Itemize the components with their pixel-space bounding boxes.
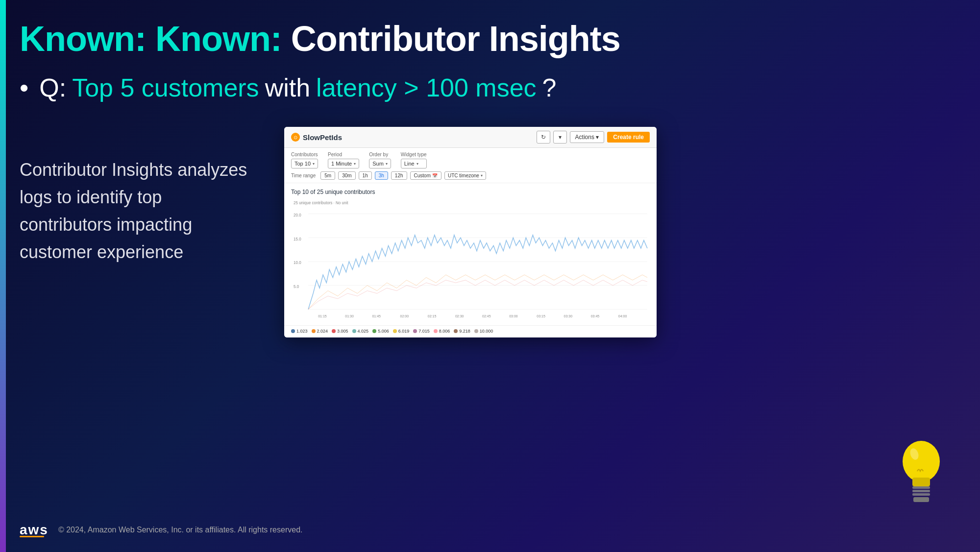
contributors-label: Contributors bbox=[291, 152, 318, 157]
bullet-dot: • bbox=[20, 73, 28, 102]
svg-rect-25 bbox=[912, 490, 930, 492]
legend-item: 10.000 bbox=[474, 329, 493, 334]
svg-text:01:30: 01:30 bbox=[345, 314, 354, 318]
q-label: Q: bbox=[39, 73, 66, 102]
svg-point-22 bbox=[903, 441, 940, 482]
order-by-select[interactable]: Sum ▾ bbox=[369, 159, 391, 168]
lightbulb-icon bbox=[892, 434, 951, 513]
create-rule-button[interactable]: Create rule bbox=[607, 132, 650, 143]
period-select[interactable]: 1 Minute ▾ bbox=[328, 159, 359, 168]
svg-text:01:45: 01:45 bbox=[372, 314, 381, 318]
contributors-control: Contributors Top 10 ▾ bbox=[291, 152, 318, 168]
footer: aws © 2024, Amazon Web Services, Inc. or… bbox=[20, 522, 960, 537]
chart-legend: 1.0232.0243.0054.0255.0066.0197.0158.006… bbox=[284, 325, 657, 337]
svg-rect-24 bbox=[912, 486, 930, 489]
chart-title: Top 10 of 25 unique contributors bbox=[291, 189, 375, 195]
title-known-known: Known: Known: bbox=[20, 19, 291, 58]
period-label: Period bbox=[328, 152, 359, 157]
svg-text:02:30: 02:30 bbox=[455, 314, 464, 318]
time-btn-3h[interactable]: 3h bbox=[375, 171, 388, 180]
control-row: Contributors Top 10 ▾ Period 1 Minute ▾ bbox=[291, 152, 650, 168]
svg-text:20.0: 20.0 bbox=[294, 213, 301, 217]
aws-underline bbox=[20, 536, 44, 537]
svg-text:10.0: 10.0 bbox=[294, 260, 301, 265]
widget-type-select[interactable]: Line ▾ bbox=[401, 159, 427, 168]
panel-icon: ⊙ bbox=[291, 133, 300, 142]
svg-rect-27 bbox=[913, 497, 929, 502]
q-latency: latency > 100 msec bbox=[316, 73, 536, 102]
contributors-select[interactable]: Top 10 ▾ bbox=[291, 159, 318, 168]
widget-type-label: Widget type bbox=[401, 152, 427, 157]
chart-svg: 25 unique contributors · No unit 20.0 15… bbox=[291, 198, 650, 325]
widget-type-control: Widget type Line ▾ bbox=[401, 152, 427, 168]
main-body: Contributor Insights analyzes logs to id… bbox=[20, 127, 960, 337]
chart-header: Top 10 of 25 unique contributors bbox=[284, 183, 657, 198]
svg-text:03:00: 03:00 bbox=[509, 314, 518, 318]
actions-button[interactable]: Actions ▾ bbox=[570, 131, 605, 143]
footer-copyright: © 2024, Amazon Web Services, Inc. or its… bbox=[58, 526, 303, 534]
order-by-control: Order by Sum ▾ bbox=[369, 152, 391, 168]
slide-content: Known: Known: Contributor Insights • Q: … bbox=[20, 20, 960, 532]
svg-text:02:15: 02:15 bbox=[428, 314, 437, 318]
panel-title: SlowPetIds bbox=[303, 133, 342, 142]
legend-item: 7.015 bbox=[413, 329, 430, 334]
cloudwatch-panel: ⊙ SlowPetIds ↻ ▾ Actions ▾ Create rule C… bbox=[284, 127, 657, 337]
svg-text:03:45: 03:45 bbox=[591, 314, 600, 318]
time-btn-1h[interactable]: 1h bbox=[359, 171, 372, 180]
svg-text:15.0: 15.0 bbox=[294, 237, 301, 241]
svg-text:02:00: 02:00 bbox=[400, 314, 409, 318]
title-contributor-insights: Contributor Insights bbox=[291, 19, 620, 58]
main-title: Known: Known: Contributor Insights bbox=[20, 20, 960, 58]
svg-text:03:30: 03:30 bbox=[564, 314, 573, 318]
left-accent-bar bbox=[0, 0, 6, 552]
bullet-question: • Q: Top 5 customers with latency > 100 … bbox=[20, 73, 960, 102]
time-btn-12h[interactable]: 12h bbox=[391, 171, 407, 180]
panel-controls: Contributors Top 10 ▾ Period 1 Minute ▾ bbox=[284, 148, 657, 183]
svg-text:02:45: 02:45 bbox=[482, 314, 491, 318]
legend-item: 3.005 bbox=[332, 329, 348, 334]
legend-item: 2.024 bbox=[312, 329, 328, 334]
svg-rect-23 bbox=[912, 478, 930, 486]
legend-item: 1.023 bbox=[291, 329, 308, 334]
time-range-label: Time range bbox=[291, 173, 316, 178]
svg-text:04:00: 04:00 bbox=[618, 314, 627, 318]
svg-text:01:15: 01:15 bbox=[318, 314, 327, 318]
legend-item: 6.019 bbox=[393, 329, 410, 334]
refresh-button[interactable]: ↻ bbox=[537, 131, 550, 144]
time-btn-custom[interactable]: Custom 📅 bbox=[410, 171, 441, 180]
dropdown-button[interactable]: ▾ bbox=[553, 131, 567, 144]
time-btn-5m[interactable]: 5m bbox=[320, 171, 335, 180]
panel-actions: ↻ ▾ Actions ▾ Create rule bbox=[537, 131, 650, 144]
legend-item: 8.006 bbox=[434, 329, 450, 334]
q-top-customers: Top 5 customers bbox=[72, 73, 259, 102]
period-control: Period 1 Minute ▾ bbox=[328, 152, 359, 168]
svg-text:5.0: 5.0 bbox=[294, 284, 299, 289]
svg-text:03:15: 03:15 bbox=[537, 314, 545, 318]
svg-rect-26 bbox=[912, 493, 930, 496]
panel-title-row: ⊙ SlowPetIds bbox=[291, 133, 342, 142]
time-btn-30m[interactable]: 30m bbox=[338, 171, 355, 180]
legend-item: 5.006 bbox=[372, 329, 389, 334]
left-description: Contributor Insights analyzes logs to id… bbox=[20, 127, 255, 265]
time-range-row: Time range 5m 30m 1h 3h 12h Custom 📅 UTC… bbox=[291, 171, 650, 180]
order-by-label: Order by bbox=[369, 152, 391, 157]
q-end: ? bbox=[542, 73, 557, 102]
panel-header: ⊙ SlowPetIds ↻ ▾ Actions ▾ Create rule bbox=[284, 127, 657, 148]
legend-item: 4.025 bbox=[352, 329, 369, 334]
timezone-select[interactable]: UTC timezone ▾ bbox=[444, 171, 486, 180]
aws-logo: aws bbox=[20, 522, 49, 537]
q-with: with bbox=[265, 73, 310, 102]
legend-item: 9.218 bbox=[454, 329, 470, 334]
chart-area: 25 unique contributors · No unit 20.0 15… bbox=[284, 198, 657, 325]
svg-text:25 unique contributors · No un: 25 unique contributors · No unit bbox=[294, 200, 348, 205]
